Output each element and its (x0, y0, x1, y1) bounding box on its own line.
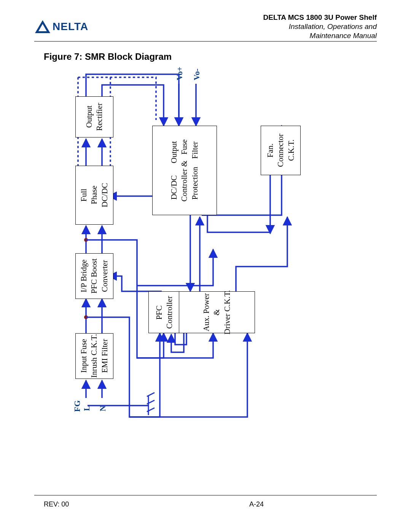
header-rule (34, 41, 377, 42)
svg-line-17 (147, 393, 155, 396)
block-pfc-controller-label: PFC Controller (154, 296, 175, 329)
page-header: NELTA DELTA MCS 1800 3U Power Shelf Inst… (34, 15, 377, 38)
label-L: L (82, 406, 92, 411)
brand-logo: NELTA (34, 19, 88, 34)
label-Vo-plus: Vo+ (175, 67, 185, 80)
figure-caption: Figure 7: SMR Block Diagram (44, 51, 172, 62)
block-output-rectifier: Output Rectifier (75, 96, 113, 137)
footer-page: A-24 (249, 500, 367, 508)
doc-title-block: DELTA MCS 1800 3U Power Shelf Installati… (263, 13, 377, 40)
block-pfc-boost: I/P Bridge PFC Boost Converter (75, 253, 113, 299)
block-output-rectifier-label: Output Rectifier (84, 103, 105, 131)
doc-title: DELTA MCS 1800 3U Power Shelf (263, 13, 377, 22)
doc-subtitle-2: Maintenance Manual (263, 31, 377, 40)
block-diagram: Input Fuse Inrush C.K.T. EMI Filter I/P … (72, 74, 308, 482)
block-dcdc-controller: DC/DC Output Controller & Fuse Protectio… (152, 126, 217, 215)
block-dcdc-controller-label: DC/DC Output Controller & Fuse Protectio… (169, 139, 200, 201)
footer-rev: REV: 00 (44, 500, 162, 508)
block-full-phase-label: Full Phase DC/DC (79, 183, 110, 207)
block-aux-power: Aux. Power & Driver C.K.T. (179, 291, 255, 333)
block-pfc-controller: PFC Controller (148, 291, 181, 333)
doc-subtitle-1: Installation, Operations and (263, 22, 377, 31)
brand-name: NELTA (53, 21, 88, 33)
label-FG: FG (72, 400, 82, 412)
block-aux-power-label: Aux. Power & Driver C.K.T. (201, 290, 233, 334)
block-input-filter: Input Fuse Inrush C.K.T. EMI Filter (75, 333, 113, 379)
delta-triangle-icon (34, 19, 51, 34)
page-footer: REV: 00 A-24 (44, 500, 367, 508)
block-full-phase: Full Phase DC/DC (75, 166, 113, 225)
footer-rule (34, 495, 377, 495)
block-input-filter-label: Input Fuse Inrush C.K.T. EMI Filter (79, 334, 110, 378)
block-fan-connector-label: Fan. Connector C.K.T. (265, 134, 296, 167)
block-pfc-boost-label: I/P Bridge PFC Boost Converter (79, 259, 110, 294)
block-fan-connector: Fan. Connector C.K.T. (261, 126, 301, 175)
page: NELTA DELTA MCS 1800 3U Power Shelf Inst… (0, 0, 411, 532)
label-N: N (98, 406, 108, 411)
label-Vo-minus: Vo- (192, 69, 202, 80)
